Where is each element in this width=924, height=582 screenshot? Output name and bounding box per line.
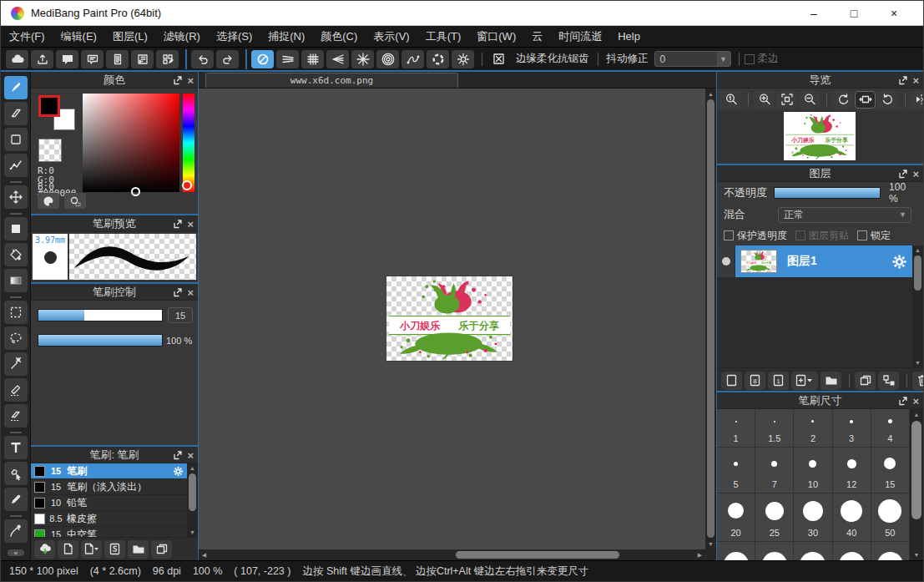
snap-off-button[interactable]	[251, 50, 274, 68]
brush-size-cell[interactable]: 3	[833, 409, 871, 448]
duplicate-layer-button[interactable]	[855, 372, 876, 390]
brush-row-selected[interactable]: 15 笔刷	[31, 463, 187, 479]
popout-icon[interactable]	[173, 451, 182, 460]
eyedropper-tool-button[interactable]	[4, 519, 28, 543]
scroll-up-icon[interactable]: ▲	[910, 410, 923, 419]
brush-folder-button[interactable]	[128, 540, 149, 559]
saturation-value-picker[interactable]	[83, 94, 179, 192]
navigator-preview[interactable]	[717, 110, 923, 162]
divide-tool-button[interactable]	[4, 488, 28, 511]
cloud-save-button[interactable]	[6, 50, 28, 68]
eraser-tool-button[interactable]	[4, 102, 28, 125]
canvas-document[interactable]	[386, 276, 512, 361]
menu-color[interactable]: 颜色(C)	[321, 29, 368, 44]
soft-edge-checkbox[interactable]	[745, 54, 755, 64]
jitter-select[interactable]: 0 ▼	[654, 51, 731, 67]
close-icon[interactable]: ×	[187, 287, 194, 298]
brush-size-cell[interactable]: 50	[871, 493, 910, 542]
brush-size-cell[interactable]	[794, 542, 832, 560]
scroll-left-icon[interactable]: ◀	[199, 549, 209, 560]
menu-filter[interactable]: 滤镜(R)	[164, 29, 211, 44]
scroll-down-icon[interactable]: ▼	[705, 539, 716, 549]
brush-size-cell[interactable]: 1.5	[755, 409, 794, 448]
redo-button[interactable]	[216, 50, 239, 68]
select-eraser-tool-button[interactable]	[4, 404, 28, 428]
lasso-tool-button[interactable]	[4, 326, 28, 350]
document-button[interactable]	[106, 50, 129, 68]
brush-row[interactable]: 10 铅笔	[31, 495, 187, 511]
operation-tool-button[interactable]	[4, 462, 28, 485]
canvas-vertical-scrollbar[interactable]: ▲ ▼	[705, 89, 716, 549]
scroll-up-icon[interactable]: ▲	[912, 245, 923, 255]
scroll-up-icon[interactable]: ▲	[705, 89, 716, 99]
popout-icon[interactable]	[173, 76, 182, 85]
color-mode-button[interactable]	[64, 193, 86, 209]
lock-checkbox[interactable]	[857, 230, 867, 240]
brush-size-cell[interactable]: 4	[871, 409, 910, 448]
popout-icon[interactable]	[898, 397, 907, 406]
menu-view[interactable]: 表示(V)	[373, 29, 420, 44]
flip-horizontal-button[interactable]	[911, 91, 923, 109]
brush-size-value[interactable]: 15	[168, 307, 193, 323]
brush-size-cell[interactable]: 2	[794, 409, 832, 448]
zoom-in-button[interactable]	[754, 91, 775, 109]
snap-ellipse-button[interactable]	[427, 50, 449, 68]
publish-button[interactable]	[31, 50, 53, 68]
menu-snap[interactable]: 捕捉(N)	[268, 29, 316, 44]
rotate-right-button[interactable]	[877, 91, 898, 109]
add-brush-menu-button[interactable]	[81, 540, 102, 559]
layer-opacity-slider[interactable]	[774, 187, 881, 199]
brush-size-scrollbar[interactable]: ▲ ▼	[910, 409, 923, 560]
layer-settings-gear-icon[interactable]	[891, 254, 907, 270]
material-list-button[interactable]	[131, 50, 154, 68]
scroll-down-icon[interactable]: ▼	[187, 528, 198, 537]
undo-button[interactable]	[191, 50, 214, 68]
canvas-area[interactable]: www.x6d.com.png ▲ ▼ ◀ ▶	[198, 72, 717, 560]
snap-settings-button[interactable]	[452, 50, 474, 68]
close-icon[interactable]: ×	[912, 75, 919, 86]
protect-alpha-checkbox[interactable]	[724, 230, 734, 240]
canvas-horizontal-scrollbar[interactable]: ◀ ▶	[199, 549, 705, 560]
snap-parallel-button[interactable]	[276, 50, 299, 68]
brush-size-cell[interactable]	[833, 542, 871, 560]
brush-size-cell[interactable]: 20	[717, 493, 755, 542]
brush-size-cell[interactable]: 12	[833, 448, 871, 493]
close-icon[interactable]: ×	[912, 169, 919, 180]
gradient-tool-button[interactable]	[4, 269, 28, 292]
figure-brush-tool-button[interactable]	[4, 128, 28, 151]
brush-row[interactable]: 8.5 橡皮擦	[31, 511, 187, 527]
scroll-up-icon[interactable]: ▲	[187, 463, 198, 473]
layer-folder-button[interactable]	[820, 372, 841, 390]
snap-grid-button[interactable]	[301, 50, 324, 68]
brush-row[interactable]: 15 中空笔	[31, 527, 187, 537]
magic-wand-tool-button[interactable]	[4, 352, 28, 376]
text-tool-button[interactable]	[4, 436, 28, 459]
blend-mode-select[interactable]: 正常 ▼	[778, 207, 911, 223]
popout-icon[interactable]	[173, 288, 182, 297]
delete-layer-button[interactable]	[912, 372, 923, 390]
layer-visibility-icon[interactable]	[722, 257, 730, 266]
toolstrip-handle[interactable]	[8, 549, 24, 556]
menu-edit[interactable]: 编辑(E)	[61, 29, 108, 44]
scroll-down-icon[interactable]: ▼	[910, 550, 923, 559]
palette-button[interactable]	[38, 193, 59, 209]
brush-size-cell[interactable]: 5	[717, 448, 755, 493]
scroll-down-icon[interactable]: ▼	[912, 358, 923, 367]
menu-layer[interactable]: 图层(L)	[113, 29, 159, 44]
scroll-right-icon[interactable]: ▶	[695, 549, 704, 560]
snap-concentric-button[interactable]	[376, 50, 399, 68]
maximize-button[interactable]: □	[846, 7, 861, 20]
zoom-fit-button[interactable]	[776, 91, 797, 109]
hue-slider[interactable]	[183, 94, 194, 192]
chat-button[interactable]	[56, 50, 78, 68]
brush-size-cell[interactable]: 40	[833, 493, 871, 542]
move-tool-button[interactable]	[4, 185, 28, 209]
brush-size-cell[interactable]	[871, 542, 910, 560]
add-layer-menu-button[interactable]	[791, 372, 818, 390]
canvas-tab[interactable]: www.x6d.com.png	[205, 73, 458, 88]
foreground-color-swatch[interactable]	[38, 95, 60, 117]
zoom-out-button[interactable]	[799, 91, 820, 109]
brush-size-cell[interactable]: 10	[794, 448, 832, 493]
select-pen-tool-button[interactable]	[4, 378, 28, 402]
layer-row-selected[interactable]: 图层1	[717, 245, 912, 277]
